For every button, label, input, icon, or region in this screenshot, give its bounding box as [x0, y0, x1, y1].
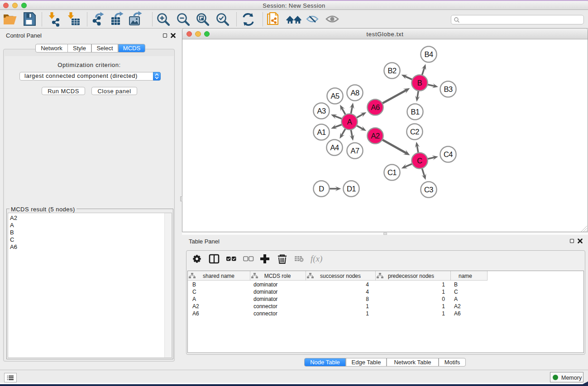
svg-text:A7: A7: [350, 147, 359, 155]
svg-text:C1: C1: [387, 168, 397, 176]
svg-text:A2: A2: [371, 132, 380, 140]
svg-text:B: B: [417, 79, 422, 87]
svg-text:C3: C3: [424, 186, 433, 194]
svg-text:A: A: [347, 118, 352, 126]
svg-text:C: C: [417, 157, 422, 165]
svg-text:C2: C2: [410, 128, 419, 136]
svg-text:D1: D1: [347, 185, 356, 193]
svg-text:B3: B3: [444, 85, 453, 93]
svg-text:B2: B2: [387, 67, 397, 75]
svg-text:B1: B1: [411, 108, 420, 116]
svg-text:A6: A6: [371, 103, 380, 111]
svg-text:C4: C4: [444, 150, 453, 158]
svg-text:B4: B4: [424, 50, 433, 58]
svg-text:A8: A8: [350, 89, 359, 97]
